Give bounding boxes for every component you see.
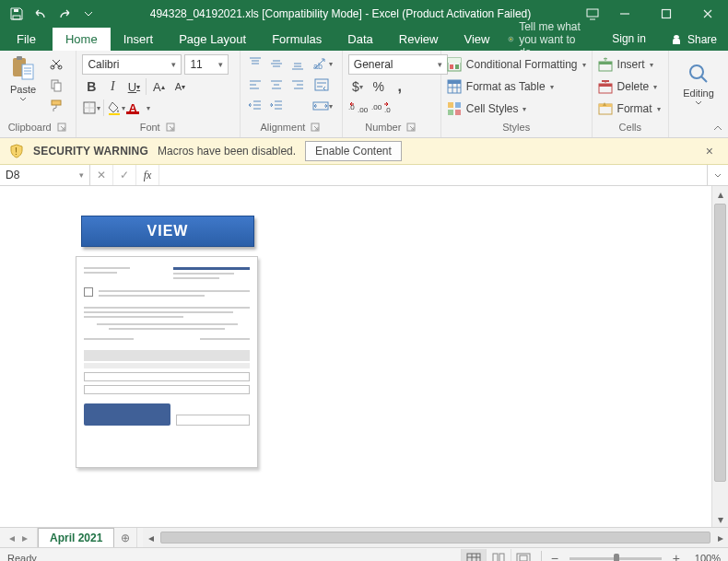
sheet-nav-prev-icon[interactable]: ◂	[9, 532, 15, 544]
conditional-formatting-button[interactable]: Conditional Formatting▾	[447, 54, 586, 75]
formula-input[interactable]	[159, 165, 707, 185]
qat-customize-icon[interactable]	[77, 3, 100, 25]
decrease-indent-icon[interactable]	[246, 97, 264, 115]
dialog-launcher-icon[interactable]	[164, 121, 177, 134]
new-sheet-button[interactable]: ⊕	[114, 528, 137, 547]
paste-button[interactable]: Paste	[6, 54, 41, 102]
fx-icon[interactable]: fx	[136, 165, 159, 185]
bold-button[interactable]: B	[82, 77, 100, 96]
scroll-up-icon[interactable]: ▴	[712, 186, 728, 202]
underline-button[interactable]: U▾	[124, 77, 143, 96]
group-alignment: ab▾ ▾ Alignment	[241, 51, 343, 137]
close-button[interactable]	[687, 0, 728, 28]
quick-access-toolbar	[0, 3, 100, 25]
save-icon[interactable]	[6, 3, 28, 25]
cut-icon[interactable]	[46, 54, 66, 73]
page-break-view-icon[interactable]	[511, 549, 535, 561]
font-size-selector[interactable]: 11▾	[184, 54, 229, 75]
format-painter-icon[interactable]	[46, 97, 66, 115]
sheet-nav-next-icon[interactable]: ▸	[22, 532, 28, 544]
insert-cells-label: Insert	[617, 58, 645, 71]
increase-indent-icon[interactable]	[267, 97, 286, 115]
name-box[interactable]: D8▾	[0, 165, 90, 185]
svg-text:.00: .00	[358, 106, 369, 114]
align-middle-icon[interactable]	[267, 54, 286, 73]
orientation-icon[interactable]: ab▾	[312, 54, 333, 73]
title-bar: 494328_04192021.xls [Compatibility Mode]…	[0, 0, 728, 28]
undo-icon[interactable]	[29, 3, 52, 25]
enter-formula-icon[interactable]: ✓	[113, 165, 136, 185]
redo-icon[interactable]	[53, 3, 76, 25]
dialog-launcher-icon[interactable]	[55, 121, 68, 134]
cancel-formula-icon[interactable]: ✕	[90, 165, 113, 185]
tab-pagelayout[interactable]: Page Layout	[166, 28, 259, 51]
tab-data[interactable]: Data	[335, 28, 385, 51]
currency-icon[interactable]: $▾	[348, 77, 367, 96]
font-name-selector[interactable]: Calibri▾	[82, 54, 182, 75]
cell-styles-button[interactable]: Cell Styles▾	[447, 99, 586, 119]
zoom-out-button[interactable]: −	[547, 551, 562, 561]
scroll-thumb[interactable]	[714, 204, 726, 482]
tab-insert[interactable]: Insert	[111, 28, 167, 51]
decrease-decimal-icon[interactable]: .00.0	[371, 99, 392, 117]
enable-content-button[interactable]: Enable Content	[305, 141, 402, 161]
maximize-button[interactable]	[645, 0, 687, 28]
vertical-scrollbar[interactable]: ▴ ▾	[711, 186, 728, 527]
ribbon-options-icon[interactable]	[581, 3, 604, 25]
tab-formulas[interactable]: Formulas	[259, 28, 335, 51]
increase-font-icon[interactable]: A▴	[149, 77, 168, 96]
zoom-in-button[interactable]: +	[669, 551, 684, 561]
align-top-icon[interactable]	[246, 54, 264, 73]
scroll-right-icon[interactable]: ▸	[712, 528, 728, 547]
minimize-button[interactable]	[604, 0, 645, 28]
horizontal-scrollbar[interactable]: ◂ ▸	[143, 528, 728, 547]
font-color-icon[interactable]: A▾	[128, 99, 149, 117]
scroll-left-icon[interactable]: ◂	[143, 528, 159, 547]
tab-file[interactable]: File	[0, 28, 53, 51]
align-right-icon[interactable]	[288, 76, 307, 94]
borders-icon[interactable]: ▾	[82, 99, 100, 117]
view-document-button[interactable]: VIEW	[81, 216, 254, 247]
editing-button[interactable]: Editing	[675, 62, 722, 106]
scroll-thumb[interactable]	[160, 532, 710, 543]
close-bar-icon[interactable]: ×	[700, 144, 719, 158]
expand-formula-bar-icon[interactable]	[707, 165, 728, 185]
fill-color-icon[interactable]: ▾	[107, 99, 125, 117]
sheet-tab-active[interactable]: April 2021	[38, 528, 114, 547]
security-message: Macros have been disabled.	[158, 145, 296, 158]
increase-decimal-icon[interactable]: .0.00	[348, 99, 369, 117]
share-button[interactable]: Share	[659, 28, 728, 51]
page-layout-view-icon[interactable]	[486, 549, 511, 561]
tab-home[interactable]: Home	[53, 28, 111, 51]
formula-bar-row: D8▾ ✕ ✓ fx	[0, 165, 728, 186]
copy-icon[interactable]	[46, 76, 66, 94]
align-bottom-icon[interactable]	[288, 54, 307, 73]
tab-view[interactable]: View	[451, 28, 502, 51]
format-cells-button[interactable]: Format▾	[598, 99, 661, 119]
comma-icon[interactable]: ,	[391, 77, 409, 96]
tab-review[interactable]: Review	[386, 28, 452, 51]
collapse-ribbon-icon[interactable]	[710, 121, 726, 135]
zoom-handle[interactable]	[614, 554, 619, 562]
dialog-launcher-icon[interactable]	[405, 121, 417, 134]
group-font: Calibri▾ 11▾ B I U▾ A▴ A▾ ▾ ▾ A▾ Font	[76, 51, 241, 137]
tell-me-search[interactable]: Tell me what you want to do...	[502, 28, 599, 51]
italic-button[interactable]: I	[103, 77, 122, 96]
merge-center-icon[interactable]: ▾	[312, 97, 333, 115]
zoom-slider[interactable]	[569, 557, 662, 560]
number-format-selector[interactable]: General▾	[348, 54, 448, 75]
dialog-launcher-icon[interactable]	[309, 121, 322, 134]
format-as-table-button[interactable]: Format as Table▾	[447, 76, 586, 97]
delete-cells-button[interactable]: Delete▾	[598, 76, 661, 97]
percent-icon[interactable]: %	[370, 77, 388, 96]
wrap-text-icon[interactable]	[312, 76, 333, 94]
align-center-icon[interactable]	[267, 76, 286, 94]
scroll-down-icon[interactable]: ▾	[712, 511, 728, 527]
insert-cells-button[interactable]: Insert▾	[598, 54, 661, 75]
zoom-value[interactable]: 100%	[684, 553, 721, 561]
worksheet-area[interactable]: VIEW ▴ ▾	[0, 186, 728, 527]
decrease-font-icon[interactable]: A▾	[170, 77, 189, 96]
normal-view-icon[interactable]	[461, 549, 486, 561]
align-left-icon[interactable]	[246, 76, 264, 94]
sign-in-link[interactable]: Sign in	[599, 28, 659, 51]
